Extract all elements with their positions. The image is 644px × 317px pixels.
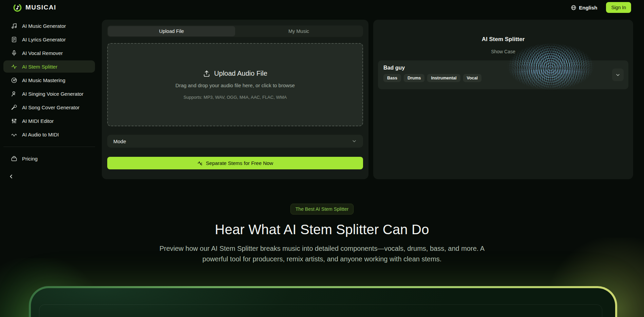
sidebar-item-label: AI Audio to MIDI xyxy=(22,132,59,137)
stem-tag-vocal: Vocal xyxy=(463,74,481,82)
showcase-panel: AI Stem Splitter Show Case Bad guy Bass … xyxy=(373,20,633,179)
sidebar-item-ai-song-cover-generator[interactable]: AI Song Cover Generator xyxy=(3,101,95,113)
sidebar-item-label: AI Singing Voice Generator xyxy=(22,91,83,97)
chevron-down-icon xyxy=(352,138,357,144)
sidebar-collapse-button[interactable] xyxy=(8,173,15,180)
player-card: 00:00 /03:00 xyxy=(29,286,617,317)
lyrics-document-icon xyxy=(11,36,17,43)
handheld-mic-icon xyxy=(11,104,17,111)
sidebar-item-ai-music-mastering[interactable]: AI Music Mastering xyxy=(3,74,95,86)
audio-wave-icon xyxy=(11,131,17,138)
wallet-icon xyxy=(11,155,17,162)
brand[interactable]: MUSICAI xyxy=(13,3,56,12)
sidebar-divider xyxy=(3,147,95,147)
dropzone-title: Upload Audio File xyxy=(214,70,267,77)
sliders-icon xyxy=(11,118,17,124)
upload-icon xyxy=(203,70,210,77)
sidebar-item-label: AI Song Cover Generator xyxy=(22,105,79,110)
sidebar-item-label: AI Music Generator xyxy=(22,23,66,29)
sidebar-item-ai-lyrics-generator[interactable]: AI Lyrics Generator xyxy=(3,33,95,45)
stem-tag-bass: Bass xyxy=(383,74,401,82)
mode-label: Mode xyxy=(113,138,126,144)
sidebar-item-pricing[interactable]: Pricing xyxy=(3,152,95,165)
tab-upload-file[interactable]: Upload File xyxy=(108,26,235,36)
music-note-icon xyxy=(11,23,17,29)
cta-label: Separate Stems for Free Now xyxy=(206,160,273,166)
sidebar-item-ai-singing-voice-generator[interactable]: AI Singing Voice Generator xyxy=(3,88,95,100)
waveform-icon xyxy=(11,63,17,70)
expand-track-button[interactable] xyxy=(612,69,624,81)
stem-tag-drums: Drums xyxy=(404,74,425,82)
sidebar-item-label: AI MIDI Editor xyxy=(22,118,54,124)
sidebar-item-label: AI Lyrics Generator xyxy=(22,37,66,42)
tab-bar: Upload File My Music xyxy=(107,25,363,37)
chevron-down-icon xyxy=(615,72,621,78)
tab-my-music[interactable]: My Music xyxy=(235,26,362,36)
dropzone-supported-formats: Supports: MP3, WAV, OGG, M4A, AAC, FLAC,… xyxy=(184,95,287,100)
language-selector[interactable]: English xyxy=(571,5,597,11)
sidebar-item-ai-audio-to-midi[interactable]: AI Audio to MIDI xyxy=(3,128,95,141)
track-name: Bad guy xyxy=(383,65,623,71)
page: MUSICAI English Sign In AI Music Genera xyxy=(0,0,644,317)
language-label: English xyxy=(579,5,597,11)
stem-tag-instrumental: Instrumental xyxy=(427,74,460,82)
globe-icon xyxy=(571,5,576,11)
sidebar: AI Music Generator AI Lyrics Generator A… xyxy=(0,20,98,180)
hero-badge: The Best AI Stem Splitter xyxy=(290,204,354,215)
upload-dropzone[interactable]: Upload Audio File Drag and drop your aud… xyxy=(107,43,363,126)
stem-tags: Bass Drums Instrumental Vocal xyxy=(383,74,623,82)
brand-name: MUSICAI xyxy=(25,4,56,11)
dropzone-subtitle: Drag and drop your audio file here, or c… xyxy=(175,82,295,88)
disc-icon xyxy=(11,77,17,83)
showcase-subtitle: Show Case xyxy=(373,49,633,54)
header-right: English Sign In xyxy=(571,2,631,13)
sidebar-item-label: AI Vocal Remover xyxy=(22,50,63,56)
waveform-plus-icon xyxy=(197,160,203,166)
sidebar-item-label: Pricing xyxy=(22,156,38,162)
header: MUSICAI English Sign In xyxy=(0,0,644,15)
hero-title: Hear What AI Stem Splitter Can Do xyxy=(0,222,644,237)
showcase-title: AI Stem Splitter xyxy=(373,36,633,43)
musicai-logo-icon xyxy=(13,3,22,12)
uploader-panel: Upload File My Music Upload Audio File D… xyxy=(102,20,368,179)
sign-in-button[interactable]: Sign In xyxy=(606,2,631,13)
sidebar-item-ai-midi-editor[interactable]: AI MIDI Editor xyxy=(3,115,95,127)
microphone-icon xyxy=(11,50,17,56)
sidebar-item-ai-stem-splitter[interactable]: AI Stem Splitter xyxy=(3,60,95,73)
sidebar-item-ai-music-generator[interactable]: AI Music Generator xyxy=(3,20,95,32)
player-panel: 00:00 /03:00 xyxy=(39,304,602,317)
sidebar-item-label: AI Music Mastering xyxy=(22,77,65,83)
hero-section: The Best AI Stem Splitter Hear What AI S… xyxy=(0,204,644,264)
mode-select[interactable]: Mode xyxy=(107,135,363,148)
singer-icon xyxy=(11,91,17,97)
sidebar-item-label: AI Stem Splitter xyxy=(22,64,57,70)
separate-stems-button[interactable]: Separate Stems for Free Now xyxy=(107,157,363,169)
chevron-left-icon xyxy=(8,173,15,180)
sidebar-item-ai-vocal-remover[interactable]: AI Vocal Remover xyxy=(3,47,95,59)
showcase-track-card: Bad guy Bass Drums Instrumental Vocal xyxy=(378,60,628,89)
hero-description: Preview how our AI Stem Splitter breaks … xyxy=(152,243,492,264)
